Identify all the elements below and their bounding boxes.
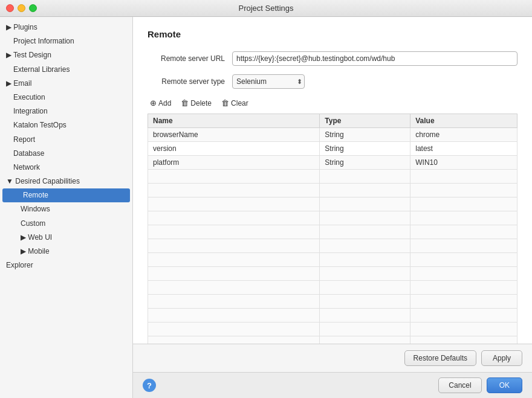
cell-type: String (320, 128, 410, 142)
empty-cell (148, 184, 320, 197)
empty-cell (320, 225, 410, 239)
empty-cell (148, 239, 320, 253)
empty-cell (410, 197, 517, 211)
delete-button[interactable]: 🗑 Delete (178, 97, 214, 109)
sidebar: ▶ PluginsProject Information▶ Test Desig… (0, 17, 133, 398)
ok-button[interactable]: OK (487, 377, 522, 393)
sidebar-item-database[interactable]: Database (0, 147, 132, 161)
sidebar-item-explorer[interactable]: Explorer (0, 258, 132, 272)
empty-cell (410, 239, 517, 253)
empty-cell (320, 197, 410, 211)
empty-cell (410, 211, 517, 225)
main-layout: ▶ PluginsProject Information▶ Test Desig… (0, 17, 532, 398)
table-row[interactable]: platformStringWIN10 (148, 156, 517, 170)
empty-cell (320, 211, 410, 225)
empty-cell (410, 281, 517, 295)
minimize-button[interactable] (18, 4, 25, 12)
empty-cell (148, 295, 320, 309)
empty-cell (148, 170, 320, 184)
sidebar-item-web-ui[interactable]: ▶ Web UI (0, 231, 132, 245)
empty-cell (320, 239, 410, 253)
empty-cell (320, 309, 410, 323)
content-area: Remote Remote server URL Remote server t… (133, 17, 532, 398)
empty-cell (148, 225, 320, 239)
sidebar-item-windows[interactable]: Windows (0, 202, 132, 216)
table-header: Name Type Value (148, 114, 517, 128)
empty-cell (320, 267, 410, 281)
apply-button[interactable]: Apply (481, 350, 522, 366)
add-button[interactable]: ⊕ Add (148, 97, 174, 109)
empty-cell (320, 281, 410, 295)
sidebar-item-email[interactable]: ▶ Email (0, 77, 132, 91)
empty-cell (148, 323, 320, 336)
empty-cell (148, 267, 320, 281)
sidebar-item-mobile[interactable]: ▶ Mobile (0, 245, 132, 258)
sidebar-item-desired-capabilities[interactable]: ▼ Desired Capabilities (0, 175, 132, 188)
header-row: Name Type Value (148, 114, 517, 128)
server-type-select[interactable]: SeleniumAppium (232, 74, 305, 89)
title-bar: Project Settings (0, 0, 532, 17)
empty-cell (410, 170, 517, 184)
delete-label: Delete (190, 99, 212, 108)
add-label: Add (158, 99, 171, 108)
delete-icon: 🗑 (181, 98, 189, 108)
maximize-button[interactable] (29, 4, 37, 12)
server-type-label: Remote server type (148, 77, 232, 86)
empty-cell (320, 295, 410, 309)
cell-type: String (320, 142, 410, 156)
empty-cell (410, 225, 517, 239)
empty-cell (320, 336, 410, 344)
close-button[interactable] (6, 4, 14, 12)
col-name: Name (148, 114, 320, 128)
window-title: Project Settings (238, 4, 293, 13)
cell-name: version (148, 142, 320, 156)
empty-cell (410, 267, 517, 281)
table-row-empty (148, 170, 517, 184)
footer-bar: ? Cancel OK (133, 372, 532, 398)
restore-defaults-button[interactable]: Restore Defaults (404, 350, 476, 366)
sidebar-item-test-design[interactable]: ▶ Test Design (0, 48, 132, 62)
empty-cell (410, 184, 517, 197)
table-row-empty (148, 309, 517, 323)
table-row-empty (148, 211, 517, 225)
window-controls (6, 4, 37, 12)
empty-cell (148, 309, 320, 323)
server-type-wrapper: SeleniumAppium ⬍ (232, 74, 305, 89)
clear-icon: 🗑 (221, 98, 229, 108)
sidebar-item-project-information[interactable]: Project Information (0, 34, 132, 48)
sidebar-item-integration[interactable]: Integration (0, 104, 132, 118)
empty-cell (148, 253, 320, 267)
empty-cell (410, 309, 517, 323)
cancel-button[interactable]: Cancel (438, 377, 481, 393)
sidebar-item-plugins[interactable]: ▶ Plugins (0, 21, 132, 34)
sidebar-item-execution[interactable]: Execution (0, 91, 132, 104)
sidebar-item-network[interactable]: Network (0, 161, 132, 175)
table-row-empty (148, 336, 517, 344)
empty-cell (148, 197, 320, 211)
table-row-empty (148, 184, 517, 197)
sidebar-item-external-libraries[interactable]: External Libraries (0, 63, 132, 77)
server-url-input[interactable] (232, 51, 517, 66)
sidebar-item-report[interactable]: Report (0, 133, 132, 147)
table-row-empty (148, 225, 517, 239)
empty-cell (320, 184, 410, 197)
sidebar-item-remote[interactable]: Remote (2, 188, 130, 202)
table-row-empty (148, 267, 517, 281)
table-row-empty (148, 239, 517, 253)
empty-cell (320, 170, 410, 184)
table-row-empty (148, 295, 517, 309)
bottom-bar: Restore Defaults Apply (133, 344, 532, 372)
empty-cell (148, 281, 320, 295)
help-button[interactable]: ? (143, 379, 156, 392)
add-icon: ⊕ (150, 98, 157, 108)
empty-cell (410, 323, 517, 336)
sidebar-item-custom[interactable]: Custom (0, 217, 132, 231)
table-row[interactable]: versionStringlatest (148, 142, 517, 156)
table-row[interactable]: browserNameStringchrome (148, 128, 517, 142)
server-type-row: Remote server type SeleniumAppium ⬍ (148, 74, 517, 89)
clear-button[interactable]: 🗑 Clear (219, 97, 251, 109)
sidebar-item-katalon-testops[interactable]: Katalon TestOps (0, 118, 132, 132)
server-url-label: Remote server URL (148, 54, 232, 63)
table-row-empty (148, 281, 517, 295)
col-type: Type (320, 114, 410, 128)
